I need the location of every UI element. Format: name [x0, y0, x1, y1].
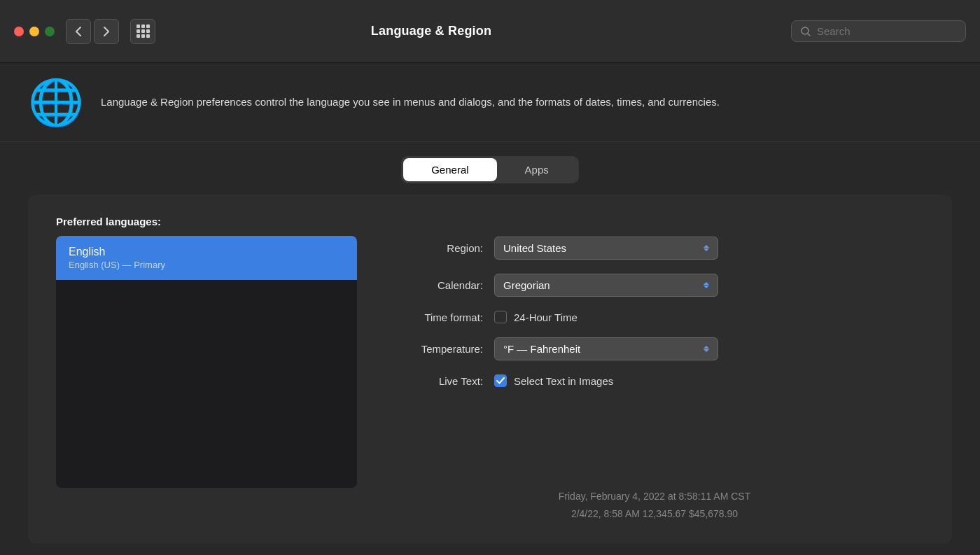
- tab-general[interactable]: General: [403, 158, 496, 181]
- temperature-stepper: [704, 346, 709, 352]
- settings-section: Region: United States Calendar: Gregoria…: [385, 216, 924, 523]
- checkmark-icon: [496, 377, 505, 384]
- time-format-row: Time format: 24-Hour Time: [385, 311, 924, 323]
- stepper-up-icon: [704, 346, 709, 349]
- region-stepper: [704, 245, 709, 251]
- time-format-checkbox-label: 24-Hour Time: [514, 311, 578, 323]
- maximize-button[interactable]: [45, 27, 55, 36]
- language-section: Preferred languages: English English (US…: [56, 216, 357, 523]
- live-text-row: Live Text: Select Text in Images: [385, 374, 924, 387]
- flag-emoji: 🌐: [28, 80, 84, 125]
- language-list: English English (US) — Primary: [56, 236, 357, 488]
- calendar-select[interactable]: Gregorian: [494, 274, 718, 297]
- time-format-checkbox[interactable]: [494, 311, 507, 323]
- language-subtitle: English (US) — Primary: [69, 260, 344, 270]
- panel-inner: Preferred languages: English English (US…: [56, 216, 924, 523]
- tab-apps[interactable]: Apps: [497, 158, 577, 181]
- temperature-value: °F — Fahrenheit: [503, 343, 580, 355]
- calendar-stepper: [704, 282, 709, 288]
- time-format-checkbox-row: 24-Hour Time: [494, 311, 578, 323]
- search-input[interactable]: [817, 25, 957, 37]
- close-button[interactable]: [14, 27, 24, 36]
- window-controls: [14, 27, 55, 36]
- calendar-value: Gregorian: [503, 279, 550, 291]
- live-text-label: Live Text:: [385, 375, 483, 387]
- tab-area: General Apps: [0, 142, 980, 183]
- stepper-up-icon: [704, 282, 709, 285]
- preview-section: Friday, February 4, 2022 at 8:58:11 AM C…: [385, 467, 924, 523]
- window-title: Language & Region: [83, 24, 780, 38]
- region-label: Region:: [385, 242, 483, 254]
- stepper-up-icon: [704, 245, 709, 248]
- tab-container: General Apps: [401, 156, 579, 183]
- preview-line2: 2/4/22, 8:58 AM 12,345.67 $45,678.90: [385, 505, 924, 523]
- preview-line1: Friday, February 4, 2022 at 8:58:11 AM C…: [385, 488, 924, 505]
- stepper-down-icon: [704, 349, 709, 352]
- language-name: English: [69, 246, 344, 258]
- minimize-button[interactable]: [29, 27, 39, 36]
- stepper-down-icon: [704, 286, 709, 288]
- description-banner: 🌐 Language & Region preferences control …: [0, 63, 980, 142]
- live-text-checkbox-row: Select Text in Images: [494, 374, 613, 387]
- region-select[interactable]: United States: [494, 237, 718, 260]
- calendar-row: Calendar: Gregorian: [385, 274, 924, 297]
- titlebar: Language & Region: [0, 0, 980, 63]
- live-text-checkbox[interactable]: [494, 374, 507, 387]
- live-text-checkbox-label: Select Text in Images: [514, 375, 613, 387]
- temperature-label: Temperature:: [385, 343, 483, 355]
- temperature-row: Temperature: °F — Fahrenheit: [385, 337, 924, 360]
- search-bar[interactable]: [791, 20, 966, 42]
- languages-label: Preferred languages:: [56, 216, 357, 227]
- main-content: 🌐 Language & Region preferences control …: [0, 63, 980, 555]
- region-row: Region: United States: [385, 237, 924, 260]
- time-format-label: Time format:: [385, 311, 483, 323]
- description-text: Language & Region preferences control th…: [101, 94, 720, 111]
- search-icon: [800, 26, 811, 37]
- stepper-down-icon: [704, 248, 709, 251]
- temperature-select[interactable]: °F — Fahrenheit: [494, 337, 718, 360]
- region-value: United States: [503, 242, 566, 254]
- settings-panel: Preferred languages: English English (US…: [28, 195, 952, 544]
- calendar-label: Calendar:: [385, 279, 483, 291]
- language-item-english[interactable]: English English (US) — Primary: [56, 236, 357, 280]
